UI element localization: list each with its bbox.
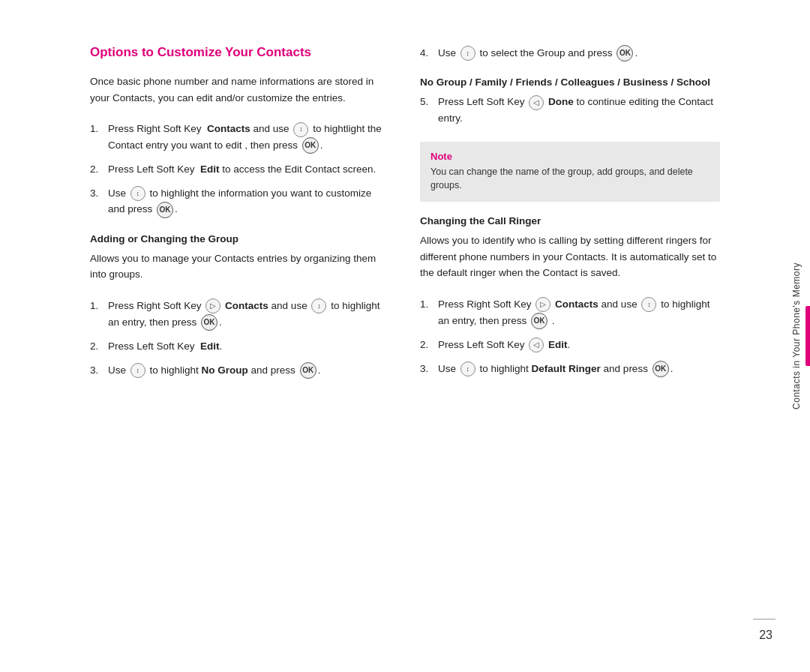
edit-bold-1: Edit [200, 164, 220, 175]
note-label: Note [430, 151, 710, 162]
ok-icon-5: OK [616, 45, 633, 62]
sidebar-label: Contacts in Your Phone's Memory [791, 248, 802, 424]
group-step-3-num: 3. [90, 362, 104, 379]
step-1-num: 1. [90, 121, 104, 154]
call-ringer-intro: Allows you to identify who is calling by… [420, 232, 720, 281]
call-ringer-title: Changing the Call Ringer [420, 215, 720, 226]
step-3-content: Use ↕ to highlight the information you w… [108, 185, 390, 218]
group-step-1-num: 1. [90, 298, 104, 331]
main-steps: 1. Press Right Soft Key Contacts and use… [90, 121, 390, 218]
page-container: Options to Customize Your Contacts Once … [0, 0, 810, 672]
adding-group-steps: 1. Press Right Soft Key ▷ Contacts and u… [90, 298, 390, 379]
right-step-5: 5. Press Left Soft Key ◁ Done to continu… [420, 94, 720, 126]
nav-icon-7: ↕ [460, 362, 476, 376]
ok-icon-1: OK [302, 137, 319, 154]
left-soft-key-icon-2: ◁ [529, 338, 544, 352]
group-step-3-content: Use ↕ to highlight No Group and press OK… [108, 362, 390, 379]
right-step-4-content: Use ↕ to select the Group and press OK. [438, 45, 720, 62]
nav-icon-1: ↕ [293, 122, 308, 137]
right-soft-key-icon-1: ▷ [206, 298, 220, 314]
group-step-3: 3. Use ↕ to highlight No Group and press… [90, 362, 390, 379]
page-divider [753, 619, 776, 620]
group-step-1: 1. Press Right Soft Key ▷ Contacts and u… [90, 298, 390, 331]
contacts-bold-1: Contacts [207, 123, 250, 134]
ok-icon-3: OK [201, 314, 218, 331]
ringer-step-3-content: Use ↕ to highlight Default Ringer and pr… [438, 361, 720, 377]
step-1-content: Press Right Soft Key Contacts and use ↕ … [108, 121, 390, 154]
adding-group-title: Adding or Changing the Group [90, 233, 390, 244]
group-step-2-content: Press Left Soft Key Edit. [108, 338, 390, 355]
default-ringer-bold: Default Ringer [532, 363, 601, 374]
ringer-step-1-content: Press Right Soft Key ▷ Contacts and use … [438, 296, 720, 329]
ringer-step-3-num: 3. [420, 361, 434, 377]
sidebar: Contacts in Your Phone's Memory [783, 0, 810, 672]
nav-icon-6: ↕ [641, 297, 656, 312]
right-soft-key-icon-2: ▷ [536, 297, 550, 312]
group-step-1-content: Press Right Soft Key ▷ Contacts and use … [108, 298, 390, 331]
sidebar-accent [806, 306, 810, 366]
nav-icon-5: ↕ [460, 46, 476, 61]
note-box: Note You can change the name of the grou… [420, 142, 720, 202]
nav-icon-2: ↕ [130, 186, 146, 201]
call-ringer-steps: 1. Press Right Soft Key ▷ Contacts and u… [420, 296, 720, 377]
right-step-5-num: 5. [420, 94, 434, 126]
group-step-2: 2. Press Left Soft Key Edit. [90, 338, 390, 355]
ringer-step-2-num: 2. [420, 337, 434, 353]
note-text: You can change the name of the group, ad… [430, 165, 710, 194]
adding-group-intro: Allows you to manage your Contacts entri… [90, 250, 390, 283]
ringer-step-2: 2. Press Left Soft Key ◁ Edit. [420, 337, 720, 353]
nav-icon-4: ↕ [130, 363, 146, 378]
step-2-content: Press Left Soft Key Edit to access the E… [108, 161, 390, 178]
no-group-bold: No Group [202, 364, 248, 376]
step-3: 3. Use ↕ to highlight the information yo… [90, 185, 390, 218]
ringer-step-3: 3. Use ↕ to highlight Default Ringer and… [420, 361, 720, 377]
ringer-step-2-content: Press Left Soft Key ◁ Edit. [438, 337, 720, 353]
ok-icon-6: OK [531, 313, 548, 329]
contacts-bold-3: Contacts [555, 298, 598, 310]
right-top-steps: 4. Use ↕ to select the Group and press O… [420, 45, 720, 62]
step-3-num: 3. [90, 185, 104, 218]
left-soft-key-icon-1: ◁ [529, 95, 544, 110]
intro-text: Once basic phone number and name informa… [90, 74, 390, 106]
nav-icon-3: ↕ [311, 298, 326, 314]
right-step-4: 4. Use ↕ to select the Group and press O… [420, 45, 720, 62]
edit-bold-3: Edit [548, 339, 568, 350]
group-heading: No Group / Family / Friends / Colleagues… [420, 76, 720, 88]
edit-bold-2: Edit [200, 340, 220, 352]
right-step-5-content: Press Left Soft Key ◁ Done to continue e… [438, 94, 720, 126]
right-column: 4. Use ↕ to select the Group and press O… [420, 45, 720, 642]
right-step-4-num: 4. [420, 45, 434, 62]
left-column: Options to Customize Your Contacts Once … [90, 45, 390, 642]
main-content: Options to Customize Your Contacts Once … [0, 0, 783, 672]
ringer-step-1: 1. Press Right Soft Key ▷ Contacts and u… [420, 296, 720, 329]
ringer-step-1-num: 1. [420, 296, 434, 329]
right-step5-list: 5. Press Left Soft Key ◁ Done to continu… [420, 94, 720, 126]
done-bold: Done [548, 96, 574, 107]
step-2-num: 2. [90, 161, 104, 178]
page-number: 23 [759, 628, 772, 642]
contacts-bold-2: Contacts [225, 300, 268, 311]
ok-icon-2: OK [157, 202, 173, 218]
step-1: 1. Press Right Soft Key Contacts and use… [90, 121, 390, 154]
ok-icon-4: OK [300, 362, 316, 379]
step-2: 2. Press Left Soft Key Edit to access th… [90, 161, 390, 178]
section-title: Options to Customize Your Contacts [90, 45, 390, 60]
group-step-2-num: 2. [90, 338, 104, 355]
ok-icon-7: OK [652, 361, 669, 377]
